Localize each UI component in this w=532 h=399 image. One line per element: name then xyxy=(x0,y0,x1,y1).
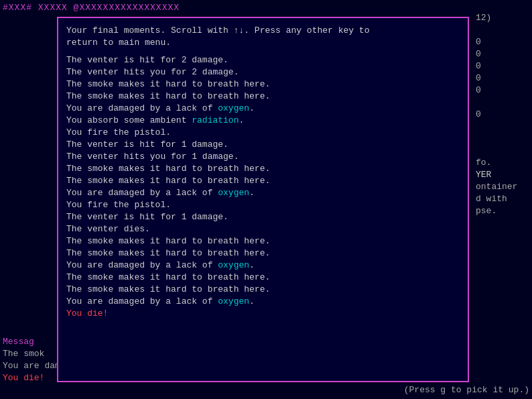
right-zero-9 xyxy=(476,121,529,133)
modal-body: The venter is hit for 2 damage. The vent… xyxy=(66,54,460,320)
right-yer: YER xyxy=(476,169,529,181)
line-20: The smoke makes it hard to breath here. xyxy=(66,284,460,296)
line-17: The smoke makes it hard to breath here. xyxy=(66,247,460,260)
line-8: The venter is hit for 1 damage. xyxy=(66,139,460,151)
right-ontainer: ontainer xyxy=(476,181,529,193)
line-1: The venter is hit for 2 damage. xyxy=(66,54,460,66)
line-2: The venter hits you for 2 damage. xyxy=(66,66,460,78)
right-zero-10 xyxy=(476,133,529,145)
line-14: The venter is hit for 1 damage. xyxy=(66,211,460,223)
line-7: You fire the pistol. xyxy=(66,127,460,139)
game-background: #XXX# XXXXX @XXXXXXXXXXXXXXXXX 12) 0 0 0… xyxy=(0,0,532,399)
right-zero-2: 0 xyxy=(476,36,529,48)
right-zero-11 xyxy=(476,145,529,157)
final-moments-modal: Your final moments. Scroll with ↑↓. Pres… xyxy=(57,17,469,382)
line-16: The smoke makes it hard to breath here. xyxy=(66,235,460,247)
right-zero-6: 0 xyxy=(476,84,529,97)
right-zero-3: 0 xyxy=(476,48,529,60)
line-4: The smoke makes it hard to breath here. xyxy=(66,91,460,103)
line-19: The smoke makes it hard to breath here. xyxy=(66,272,460,284)
right-zero-1 xyxy=(476,24,529,36)
line-5: You are damaged by a lack of oxygen. xyxy=(66,103,460,115)
right-dwith: d with xyxy=(476,193,529,205)
line-youdie: You die! xyxy=(66,308,460,320)
right-zero-7 xyxy=(476,97,529,109)
top-bar-text: #XXX# XXXXX @XXXXXXXXXXXXXXXXX xyxy=(3,3,180,13)
line-21: You are damaged by a lack of oxygen. xyxy=(66,296,460,308)
right-panel: 12) 0 0 0 0 0 0 fo. YER ontainer d with … xyxy=(476,12,529,217)
line-3: The smoke makes it hard to breath here. xyxy=(66,78,460,91)
right-zero-8: 0 xyxy=(476,109,529,121)
modal-header: Your final moments. Scroll with ↑↓. Pres… xyxy=(66,25,460,49)
line-6: You absorb some ambient radiation. xyxy=(66,115,460,127)
line-12: You are damaged by a lack of oxygen. xyxy=(66,187,460,199)
right-top: 12) xyxy=(476,12,529,24)
right-zero-4: 0 xyxy=(476,60,529,72)
bg-pickup-hint: (Press g to pick it up.) xyxy=(3,384,529,396)
top-bar: #XXX# XXXXX @XXXXXXXXXXXXXXXXX xyxy=(3,3,529,13)
line-11: The smoke makes it hard to breath here. xyxy=(66,175,460,187)
right-pse: pse. xyxy=(476,205,529,217)
line-15: The venter dies. xyxy=(66,223,460,235)
right-fo: fo. xyxy=(476,157,529,169)
line-9: The venter hits you for 1 damage. xyxy=(66,151,460,163)
line-10: The smoke makes it hard to breath here. xyxy=(66,163,460,175)
right-zero-5: 0 xyxy=(476,72,529,84)
line-18: You are damaged by a lack of oxygen. xyxy=(66,260,460,272)
line-13: You fire the pistol. xyxy=(66,199,460,211)
